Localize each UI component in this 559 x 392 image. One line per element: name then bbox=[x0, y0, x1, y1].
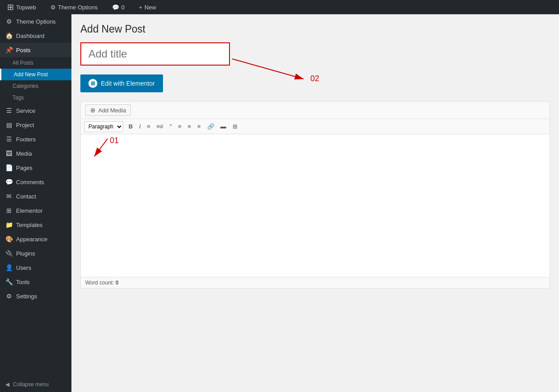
collapse-menu[interactable]: ◀ Collapse menu bbox=[0, 377, 71, 392]
media-toolbar: ⊕ Add Media bbox=[81, 102, 550, 119]
editor-content[interactable]: 01 bbox=[81, 134, 550, 277]
tools-icon: 🔧 bbox=[5, 278, 13, 285]
sidebar-item-label: Dashboard bbox=[16, 33, 45, 39]
add-media-icon: ⊕ bbox=[90, 107, 96, 114]
adminbar-new[interactable]: + New bbox=[135, 0, 160, 14]
sidebar-item-label: Tools bbox=[16, 279, 29, 285]
sidebar-item-label: Plugins bbox=[16, 250, 35, 257]
svg-text:02: 02 bbox=[310, 74, 319, 83]
sidebar-item-label: Footers bbox=[16, 136, 36, 143]
sidebar-item-label: Media bbox=[16, 150, 32, 157]
project-icon: ▤ bbox=[5, 121, 13, 128]
page-title: Add New Post bbox=[80, 23, 550, 35]
appearance-icon: 🎨 bbox=[5, 235, 13, 243]
adminbar-site[interactable]: ⊞ Topweb bbox=[4, 0, 40, 14]
all-posts-label: All Posts bbox=[13, 60, 33, 66]
annotation-01-svg: 01 bbox=[81, 134, 170, 161]
unordered-list-button[interactable]: ≡ bbox=[144, 121, 153, 132]
sidebar-item-comments[interactable]: 💬 Comments bbox=[0, 175, 71, 189]
service-icon: ☰ bbox=[5, 107, 13, 114]
collapse-label: Collapse menu bbox=[13, 381, 49, 388]
elementor-btn-icon: ⊞ bbox=[88, 79, 97, 88]
sidebar-item-label: Settings bbox=[16, 293, 37, 300]
sidebar-item-settings[interactable]: ⚙ Settings bbox=[0, 289, 71, 303]
paragraph-format-select[interactable]: Paragraph Heading 1 Heading 2 bbox=[84, 121, 123, 132]
page-content: Add New Post 02 bbox=[71, 14, 559, 392]
comment-icon: 💬 bbox=[112, 4, 119, 11]
sidebar-item-theme-options[interactable]: ⚙ Theme Options bbox=[0, 14, 71, 29]
bold-button[interactable]: B bbox=[126, 121, 135, 132]
blockquote-button[interactable]: " bbox=[167, 121, 174, 132]
sidebar-item-templates[interactable]: 📁 Templates bbox=[0, 218, 71, 232]
sidebar-item-pages[interactable]: 📄 Pages bbox=[0, 161, 71, 175]
sidebar-item-tools[interactable]: 🔧 Tools bbox=[0, 275, 71, 289]
sidebar-submenu-add-new-post[interactable]: Add New Post bbox=[0, 69, 71, 80]
tags-label: Tags bbox=[13, 95, 24, 101]
categories-label: Categories bbox=[13, 83, 38, 89]
sidebar-submenu-categories[interactable]: Categories bbox=[0, 80, 71, 92]
sidebar-item-project[interactable]: ▤ Project bbox=[0, 118, 71, 132]
post-title-input[interactable] bbox=[80, 42, 230, 66]
posts-icon: 📌 bbox=[5, 46, 13, 54]
contact-icon: ✉ bbox=[5, 193, 13, 200]
admin-bar: ⊞ Topweb ⚙ Theme Options 💬 0 + New bbox=[0, 0, 559, 14]
sidebar-item-label: Pages bbox=[16, 165, 33, 171]
gear-icon: ⚙ bbox=[50, 4, 56, 11]
sidebar-item-plugins[interactable]: 🔌 Plugins bbox=[0, 246, 71, 260]
sidebar-item-footers[interactable]: ☰ Footers bbox=[0, 132, 71, 146]
sidebar-item-label: Contact bbox=[16, 193, 36, 200]
settings-icon: ⚙ bbox=[5, 293, 13, 300]
wp-main: ⚙ Theme Options 🏠 Dashboard 📌 Posts All … bbox=[0, 14, 559, 392]
adminbar-theme-options[interactable]: ⚙ Theme Options bbox=[47, 0, 101, 14]
sidebar-item-dashboard[interactable]: 🏠 Dashboard bbox=[0, 29, 71, 43]
ordered-list-button[interactable]: ≡# bbox=[154, 121, 166, 132]
sidebar-item-posts[interactable]: 📌 Posts bbox=[0, 43, 71, 57]
add-new-post-label: Add New Post bbox=[14, 71, 48, 78]
sidebar-item-label: Comments bbox=[16, 179, 44, 186]
templates-icon: 📁 bbox=[5, 221, 13, 228]
table-button[interactable]: ⊞ bbox=[230, 121, 240, 132]
sidebar-item-label: Templates bbox=[16, 222, 42, 228]
word-count-value: 0 bbox=[116, 280, 119, 286]
dashboard-icon: 🏠 bbox=[5, 32, 13, 39]
collapse-icon: ◀ bbox=[5, 381, 9, 388]
more-button[interactable]: ▬ bbox=[218, 121, 229, 132]
sidebar-item-contact[interactable]: ✉ Contact bbox=[0, 189, 71, 203]
sidebar-item-service[interactable]: ☰ Service bbox=[0, 103, 71, 118]
plugins-icon: 🔌 bbox=[5, 250, 13, 257]
pages-icon: 📄 bbox=[5, 164, 13, 171]
gear-icon: ⚙ bbox=[5, 18, 13, 25]
sidebar-item-label: Elementor bbox=[16, 207, 42, 214]
sidebar-item-elementor[interactable]: ⊞ Elementor bbox=[0, 203, 71, 218]
elementor-icon: ⊞ bbox=[5, 207, 13, 214]
media-icon: 🖼 bbox=[5, 150, 13, 157]
word-count-label: Word count: bbox=[85, 280, 114, 286]
sidebar-submenu-all-posts[interactable]: All Posts bbox=[0, 57, 71, 69]
wp-icon: ⊞ bbox=[7, 2, 14, 12]
svg-line-2 bbox=[232, 59, 304, 79]
sidebar-item-label: Posts bbox=[16, 47, 31, 54]
svg-line-5 bbox=[94, 139, 108, 157]
format-toolbar: Paragraph Heading 1 Heading 2 B I ≡ ≡# "… bbox=[81, 119, 550, 134]
sidebar-item-label: Project bbox=[16, 122, 34, 128]
adminbar-comments[interactable]: 💬 0 bbox=[108, 0, 128, 14]
sidebar-item-media[interactable]: 🖼 Media bbox=[0, 146, 71, 161]
sidebar-item-appearance[interactable]: 🎨 Appearance bbox=[0, 232, 71, 246]
svg-text:01: 01 bbox=[110, 136, 119, 145]
comments-icon: 💬 bbox=[5, 178, 13, 186]
sidebar-item-label: Service bbox=[16, 107, 35, 114]
sidebar-submenu-tags[interactable]: Tags bbox=[0, 92, 71, 103]
italic-button[interactable]: I bbox=[136, 121, 143, 132]
site-name: Topweb bbox=[16, 4, 36, 11]
align-center-button[interactable]: ≡ bbox=[185, 121, 194, 132]
link-button[interactable]: 🔗 bbox=[204, 121, 217, 132]
align-right-button[interactable]: ≡ bbox=[195, 121, 204, 132]
sidebar-item-users[interactable]: 👤 Users bbox=[0, 260, 71, 275]
add-media-button[interactable]: ⊕ Add Media bbox=[85, 104, 131, 116]
edit-with-elementor-button[interactable]: ⊞ Edit with Elementor bbox=[80, 74, 163, 92]
sidebar-item-label: Appearance bbox=[16, 236, 47, 243]
align-left-button[interactable]: ≡ bbox=[175, 121, 184, 132]
wordcount-bar: Word count: 0 bbox=[81, 277, 550, 288]
footers-icon: ☰ bbox=[5, 136, 13, 143]
sidebar-item-label: Users bbox=[16, 264, 31, 271]
